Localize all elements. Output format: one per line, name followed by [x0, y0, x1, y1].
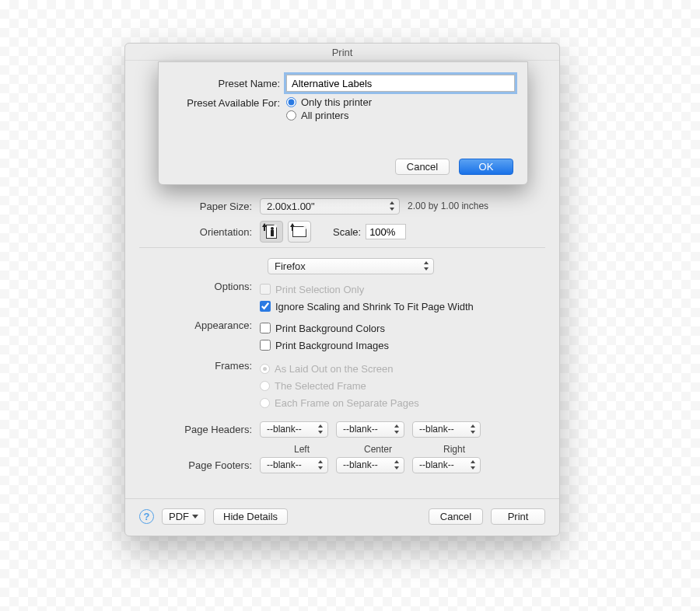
- scale-input[interactable]: [366, 224, 406, 239]
- app-options-select[interactable]: Firefox: [268, 258, 434, 274]
- page-portrait-icon: [266, 225, 277, 239]
- bg-colors-checkbox[interactable]: Print Background Colors: [260, 319, 389, 337]
- hf-legend: Left Center Right: [268, 444, 545, 455]
- chevron-down-icon: [192, 515, 198, 518]
- orientation-label: Orientation:: [139, 226, 260, 238]
- paper-size-label: Paper Size:: [139, 201, 260, 212]
- print-form: Paper Size: 2.00x1.00" 2.00 by 1.00 inch…: [125, 196, 559, 491]
- orientation-landscape-button[interactable]: [288, 221, 311, 243]
- frames-selected-radio: The Selected Frame: [260, 377, 419, 394]
- page-footers-label: Page Footers:: [139, 459, 260, 471]
- appearance-label: Appearance:: [139, 319, 260, 331]
- bg-images-checkbox[interactable]: Print Background Images: [260, 337, 389, 354]
- header-center-select[interactable]: --blank--: [336, 421, 404, 438]
- footer-left-select[interactable]: --blank--: [260, 457, 328, 473]
- print-selection-checkbox[interactable]: Print Selection Only: [260, 281, 474, 298]
- save-preset-sheet: Preset Name: Preset Available For: Only …: [158, 61, 528, 185]
- pdf-menu-button[interactable]: PDF: [162, 508, 205, 525]
- frames-aslaidout-radio: As Laid Out on the Screen: [260, 360, 419, 377]
- print-button[interactable]: Print: [491, 508, 545, 525]
- preset-name-label: Preset Name:: [171, 78, 286, 89]
- cancel-button[interactable]: Cancel: [429, 508, 483, 525]
- frames-each-radio: Each Frame on Separate Pages: [260, 394, 419, 411]
- footer-center-select[interactable]: --blank--: [336, 457, 404, 473]
- all-printers-radio[interactable]: All printers: [286, 110, 372, 121]
- page-headers-label: Page Headers:: [139, 424, 260, 435]
- only-this-printer-radio[interactable]: Only this printer: [286, 96, 372, 108]
- options-label: Options:: [139, 281, 260, 292]
- print-dialog: Print Preset Name: Preset Available For:…: [124, 43, 560, 536]
- header-right-select[interactable]: --blank--: [412, 421, 481, 438]
- frames-label: Frames:: [139, 360, 260, 372]
- footer-right-select[interactable]: --blank--: [412, 457, 481, 473]
- hide-details-button[interactable]: Hide Details: [213, 508, 288, 525]
- window-title: Print: [125, 44, 559, 61]
- header-left-select[interactable]: --blank--: [260, 421, 328, 438]
- bottom-bar: ? PDF Hide Details Cancel Print: [125, 498, 559, 536]
- preset-available-label: Preset Available For:: [171, 96, 286, 109]
- sheet-cancel-button[interactable]: Cancel: [395, 159, 450, 175]
- ignore-scaling-checkbox[interactable]: Ignore Scaling and Shrink To Fit Page Wi…: [260, 298, 474, 315]
- paper-size-select[interactable]: 2.00x1.00": [260, 198, 400, 215]
- help-button[interactable]: ?: [139, 509, 154, 524]
- sheet-ok-button[interactable]: OK: [459, 159, 513, 175]
- divider: [139, 247, 545, 248]
- page-landscape-icon: [292, 226, 306, 237]
- preset-name-input[interactable]: [286, 75, 515, 92]
- orientation-portrait-button[interactable]: [260, 221, 283, 243]
- scale-label: Scale:: [333, 226, 361, 238]
- paper-size-note: 2.00 by 1.00 inches: [408, 201, 488, 211]
